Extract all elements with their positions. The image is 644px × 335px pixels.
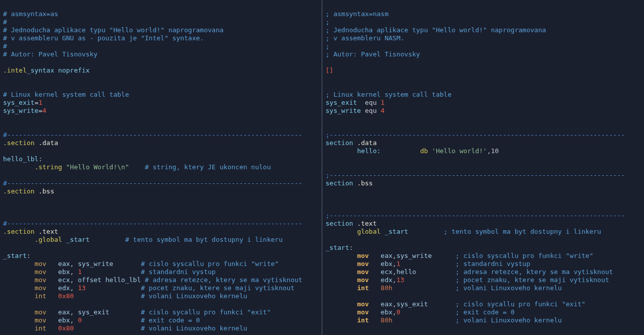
section-data: .data <box>357 139 377 147</box>
comment-line: # cislo sycallu pro funkci "exit" <box>141 308 271 316</box>
right-editor-pane[interactable]: ; asmsyntax=nasm ; ; Jednoducha aplikace… <box>323 0 644 335</box>
divider: ;---------------------------------------… <box>326 171 625 179</box>
start-sym: _start <box>384 228 408 235</box>
num-0: 0 <box>396 308 400 316</box>
section-bss: .bss <box>357 179 373 187</box>
mov-op: mov <box>357 252 369 259</box>
hex-80h: 80h <box>381 284 392 292</box>
label-start: _start <box>326 244 349 251</box>
comment-line: ; pocet znaku, ktere se maji vytisknout <box>455 276 609 284</box>
reg-ebx: ebx <box>58 268 70 276</box>
db-directive: db <box>420 147 428 155</box>
sym-sys-exit: sys_exit <box>3 99 35 106</box>
comment-line: ; Jednoducha aplikace typu "Hello world!… <box>326 26 546 34</box>
mov-op: mov <box>35 260 46 267</box>
comment-line: # standardni vystup <box>141 268 216 276</box>
comment-line: # tento symbol ma byt dostupny i linkeru <box>90 236 283 243</box>
section-kw: section <box>326 179 357 187</box>
section-kw: .section <box>3 228 38 235</box>
comment-line: ; <box>326 18 330 26</box>
section-data: .data <box>38 139 58 147</box>
int-op: int <box>357 316 369 324</box>
label-start: _start <box>3 252 27 259</box>
comment-line: # asmsyntax=as <box>3 10 58 18</box>
section-kw: .section <box>3 139 38 147</box>
hello-ref: hello <box>396 268 416 276</box>
comment-line: ; v assembleru NASM. <box>326 34 405 42</box>
comment-line: # adresa retezce, ktery se ma vytisknout <box>145 276 302 284</box>
num-1: 1 <box>396 260 400 267</box>
reg-ecx: ecx <box>381 268 392 276</box>
num-0: 0 <box>78 316 82 324</box>
num-10: ,10 <box>487 147 499 155</box>
comma: , <box>392 252 396 259</box>
comment-line: ; <box>326 42 330 50</box>
start-sym: _start <box>66 236 90 243</box>
reg-eax: eax <box>381 252 392 259</box>
comment-line: # string, ktery JE ukoncen nulou <box>129 163 271 171</box>
reg-ebx: ebx <box>58 316 70 324</box>
left-editor-pane[interactable]: # asmsyntax=as # # Jednoducha aplikace t… <box>0 0 323 335</box>
comment-line: ; cislo syscallu pro funkci "write" <box>455 252 593 259</box>
reg-eax: eax <box>381 300 392 308</box>
equ-kw: equ <box>365 99 376 106</box>
comma: , <box>70 308 78 316</box>
comment-line: ; asmsyntax=nasm <box>326 10 388 18</box>
divider: ;---------------------------------------… <box>326 212 625 219</box>
num-1: 1 <box>38 99 42 106</box>
comment-line: # <box>3 42 7 50</box>
mov-op: mov <box>35 268 46 276</box>
num-1: 1 <box>78 268 82 276</box>
mov-op: mov <box>35 308 46 316</box>
comment-line: ; Autor: Pavel Tisnovsky <box>326 50 420 58</box>
offset-hello: offset hello_lbl <box>78 276 141 284</box>
comment-line: ; standardni vystup <box>455 260 530 267</box>
comment-line: ; tento symbol ma byt dostupny i linkeru <box>408 228 601 235</box>
comment-line: # volani Linuxoveho kernelu <box>141 324 247 332</box>
equ-kw: equ <box>365 107 376 114</box>
comma: , <box>70 276 78 284</box>
hex-80h: 80h <box>381 316 392 324</box>
comma: , <box>70 284 78 292</box>
comma: , <box>392 276 396 284</box>
string-directive: .string <box>35 163 66 171</box>
comment-line: ; Linux kernel system call table <box>326 91 451 98</box>
comment-line: # Jednoducha aplikace typu "Hello world!… <box>3 26 223 34</box>
sys-write-ref: sys_write <box>78 260 113 267</box>
num-13: 13 <box>78 284 86 292</box>
hex-80: 0x80 <box>58 324 74 332</box>
mov-op: mov <box>357 300 369 308</box>
string-literal: "Hello World!\n" <box>66 163 129 171</box>
section-kw: .section <box>3 187 38 195</box>
reg-edx: edx <box>58 284 70 292</box>
comma: , <box>392 308 396 316</box>
section-bss: .bss <box>38 187 54 195</box>
num-1: 1 <box>381 99 385 106</box>
comment-line: ; volani Linuxoveho kernelu <box>455 284 561 292</box>
comment-line: # volani Linuxoveho kernelu <box>141 292 247 300</box>
num-4: 4 <box>381 107 385 114</box>
section-kw: section <box>326 220 357 227</box>
int-op: int <box>357 284 369 292</box>
comment-line: ; exit code = 0 <box>455 308 514 316</box>
comment-line: # <box>3 18 7 26</box>
reg-edx: edx <box>381 276 392 284</box>
mov-op: mov <box>35 284 46 292</box>
comment-line: # Linux kernel system call table <box>3 91 129 98</box>
reg-ebx: ebx <box>381 308 392 316</box>
section-kw: section <box>326 139 357 147</box>
comment-line: # Autor: Pavel Tisnovsky <box>3 50 98 58</box>
colon: : <box>38 155 42 163</box>
sym-sys-write: sys_write <box>326 107 361 114</box>
sys-exit-ref: sys_exit <box>396 300 428 308</box>
comment-line: # v assembleru GNU as - pouzita je "Inte… <box>3 34 204 42</box>
mov-op: mov <box>357 268 369 276</box>
comma: , <box>70 260 78 267</box>
mov-op: mov <box>357 276 369 284</box>
comment-line: # pocet znaku, ktere se maji vytisknout <box>141 284 294 292</box>
comma: , <box>392 268 396 276</box>
comma: , <box>70 268 78 276</box>
hex-80: 0x80 <box>58 292 74 300</box>
sys-write-ref: sys_write <box>396 252 432 259</box>
cursor-icon: [] <box>326 66 334 74</box>
